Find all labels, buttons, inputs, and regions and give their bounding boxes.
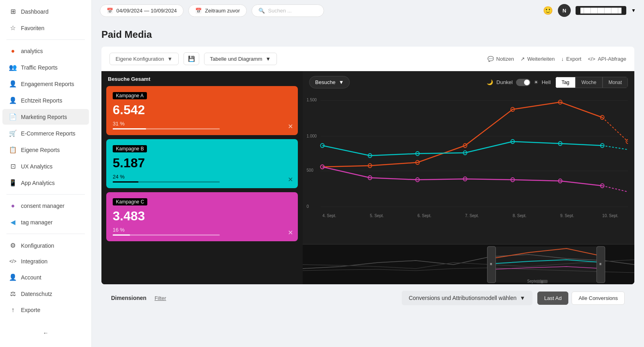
time-period-buttons: Tag Woche Monat	[555, 77, 628, 88]
chart-controls: Besuche ▼ 🌙 Dunkel ☀ Hell	[303, 71, 634, 93]
svg-text:|||: |||	[541, 280, 543, 283]
campaign-a-name: Kampagne A	[113, 92, 147, 99]
campaign-c-value: 3.483	[113, 209, 291, 224]
all-conversions-button[interactable]: Alle Conversions	[572, 292, 625, 305]
campaign-b-pct-value: 24 %	[113, 174, 125, 180]
campaign-a-close[interactable]: ✕	[288, 123, 293, 130]
sidebar-item-label: Marketing Reports	[21, 114, 67, 120]
eigene-icon: 📋	[9, 146, 17, 154]
zeitraum-button[interactable]: 📅 Zeitraum zuvor	[188, 4, 247, 17]
user-avatar[interactable]: N	[558, 4, 571, 17]
svg-text:500: 500	[307, 168, 314, 173]
time-period-woche[interactable]: Woche	[576, 77, 603, 88]
campaign-c-close[interactable]: ✕	[288, 229, 293, 236]
date-range-button[interactable]: 📅 04/09/2024 — 10/09/2024	[100, 4, 184, 17]
sidebar-item-consent-manager[interactable]: ● consent manager	[2, 198, 89, 214]
campaign-b-pct: 24 %	[113, 174, 291, 180]
light-label: Hell	[542, 79, 551, 85]
campaign-a-progress-bar	[113, 128, 220, 129]
campaign-card-a[interactable]: Kampagne A 6.542 31 % ✕	[106, 86, 298, 135]
sidebar-item-ecommerce-reports[interactable]: 🛒 E-Commerce Reports	[2, 125, 89, 141]
save-icon-button[interactable]: 💾	[184, 52, 199, 65]
dropdown-arrow: ▼	[339, 79, 344, 85]
time-period-tag[interactable]: Tag	[555, 77, 575, 88]
date-range-label: 04/09/2024 — 10/09/2024	[116, 8, 177, 14]
search-icon: 🔍	[258, 8, 265, 14]
sidebar-item-exporte[interactable]: ↑ Exporte	[2, 302, 89, 318]
api-button[interactable]: </> API-Abfrage	[588, 56, 626, 62]
code-icon: </>	[588, 56, 595, 62]
sidebar-item-ux-analytics[interactable]: ⊡ UX Analytics	[2, 158, 89, 174]
dimensions-label: Dimensionen	[111, 295, 147, 301]
chevron-icon-2: ▼	[266, 56, 271, 62]
sidebar-item-echtzeit-reports[interactable]: 👤 Echtzeit Reports	[2, 92, 89, 108]
search-box[interactable]: 🔍 Suchen ...	[252, 4, 324, 17]
weiterleiten-button[interactable]: ↗ Weiterleiten	[520, 56, 555, 62]
campaign-card-c[interactable]: Kampagne C 3.483 16 % ✕	[106, 192, 298, 241]
sidebar-item-label: consent manager	[21, 203, 64, 209]
sidebar-item-label: Favoriten	[21, 25, 44, 31]
theme-toggle[interactable]	[516, 79, 530, 86]
consent-icon: ●	[9, 202, 17, 209]
sidebar-item-integration[interactable]: </> Integration	[2, 254, 89, 269]
calendar-icon-2: 📅	[195, 8, 202, 14]
sidebar-item-traffic-reports[interactable]: 👥 Traffic Reports	[2, 60, 89, 75]
sidebar-item-label: Konfiguration	[21, 242, 54, 249]
filter-link[interactable]: Filter	[155, 295, 166, 301]
metric-dropdown[interactable]: Besuche ▼	[309, 76, 350, 88]
sidebar-collapse-btn[interactable]: ←	[9, 326, 83, 340]
sidebar-item-analytics[interactable]: ● analytics	[2, 43, 89, 59]
traffic-icon: 👥	[9, 64, 17, 71]
view-button[interactable]: Tabelle und Diagramm ▼	[204, 53, 277, 65]
account-icon: 👤	[9, 273, 17, 281]
emoji-button[interactable]: 🙂	[543, 6, 553, 15]
sidebar-item-engagement-reports[interactable]: 👤 Engagement Reports	[2, 76, 89, 92]
sidebar-divider-3	[6, 234, 85, 234]
sidebar-item-dashboard[interactable]: ⊞ Dashboard	[2, 4, 89, 19]
sidebar-item-label: Echtzeit Reports	[21, 97, 62, 104]
mini-chart-svg: ≡ ≡ September |||	[303, 244, 634, 284]
api-label: API-Abfrage	[598, 56, 626, 62]
svg-text:1.500: 1.500	[307, 97, 317, 103]
notizen-icon: 💬	[487, 56, 494, 62]
chevron-down-icon[interactable]: ▼	[631, 8, 636, 13]
campaign-b-progress-fill	[113, 181, 138, 183]
sidebar: ⊞ Dashboard ☆ Favoriten ● analytics 👥 Tr…	[0, 0, 92, 347]
notizen-button[interactable]: 💬 Notizen	[487, 56, 514, 62]
sidebar-item-account[interactable]: 👤 Account	[2, 269, 89, 285]
svg-text:1.000: 1.000	[307, 133, 317, 139]
chart-area: Besuche Gesamt Kampagne A 6.542 31 % ✕	[101, 71, 634, 284]
campaign-c-name: Kampagne C	[113, 198, 147, 205]
moon-icon: 🌙	[487, 79, 493, 85]
sidebar-item-label: Integration	[21, 258, 47, 265]
config-label: Eigene Konfiguration	[116, 56, 164, 62]
save-icon: 💾	[188, 55, 195, 62]
svg-text:10. Sept.: 10. Sept.	[602, 213, 618, 218]
sidebar-item-konfiguration[interactable]: ⚙ Konfiguration	[2, 238, 89, 253]
ecommerce-icon: 🛒	[9, 129, 17, 137]
sidebar-item-marketing-reports[interactable]: 📄 Marketing Reports	[2, 109, 89, 125]
share-icon: ↗	[520, 56, 525, 62]
echtzeit-icon: 👤	[9, 97, 17, 104]
sidebar-item-label: Account	[21, 274, 41, 281]
campaign-card-b[interactable]: Kampagne B 5.187 24 % ✕	[106, 139, 298, 188]
campaign-c-pct: 16 %	[113, 227, 291, 233]
sidebar-item-tag-manager[interactable]: ◀ tag manager	[2, 214, 89, 230]
report-toolbar: Eigene Konfiguration ▼ 💾 Tabelle und Dia…	[101, 47, 634, 71]
svg-text:≡: ≡	[490, 262, 492, 266]
sidebar-item-datenschutz[interactable]: ⚖ Datenschutz	[2, 286, 89, 302]
sidebar-item-favoriten[interactable]: ☆ Favoriten	[2, 20, 89, 36]
view-label: Tabelle und Diagramm	[210, 56, 262, 62]
last-ad-button[interactable]: Last Ad	[537, 292, 568, 305]
export-button[interactable]: ↓ Export	[561, 56, 581, 62]
sidebar-item-app-analytics[interactable]: 📱 App Analytics	[2, 175, 89, 191]
sidebar-item-label: Engagement Reports	[21, 81, 74, 87]
export-label: Export	[566, 56, 582, 62]
calendar-icon: 📅	[107, 8, 113, 14]
time-period-monat[interactable]: Monat	[603, 77, 628, 88]
sidebar-item-label: App Analytics	[21, 180, 55, 186]
campaign-b-close[interactable]: ✕	[288, 176, 293, 183]
config-button[interactable]: Eigene Konfiguration ▼	[109, 53, 179, 65]
sidebar-item-eigene-reports[interactable]: 📋 Eigene Reports	[2, 142, 89, 158]
attribution-button[interactable]: Conversions und Attributionsmodell wähle…	[402, 291, 533, 305]
